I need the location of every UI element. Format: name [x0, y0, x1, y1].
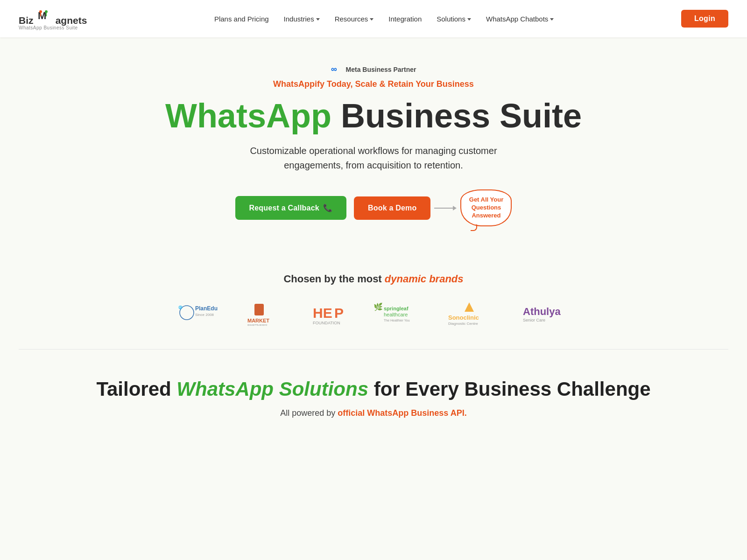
svg-text:∞: ∞	[331, 65, 337, 74]
brands-grid: 🌐 PlanEdu Since 2008 MARKET PARTNERS	[19, 300, 728, 326]
bottom-subtitle-highlight: official WhatsApp Business API.	[338, 408, 466, 418]
svg-text:springleaf: springleaf	[384, 306, 409, 311]
help-svg: HE P FOUNDATION	[313, 300, 350, 326]
arrow-connector	[434, 206, 457, 210]
svg-text:🌐: 🌐	[178, 305, 183, 309]
chevron-down-icon	[550, 18, 554, 21]
demo-button[interactable]: Book a Demo	[354, 196, 430, 220]
logo: Biz M agnets WhatsApp Business Suite	[19, 7, 87, 30]
logo-subtitle: WhatsApp Business Suite	[19, 25, 78, 30]
svg-text:🌿: 🌿	[374, 302, 383, 311]
chevron-down-icon	[370, 18, 374, 21]
nav-item-solutions[interactable]: Solutions	[437, 15, 471, 23]
bottom-title: Tailored WhatsApp Solutions for Every Bu…	[19, 378, 728, 401]
hero-title-green: WhatsApp	[165, 97, 331, 134]
demo-wrapper: Book a Demo Get All Your Questions Answe…	[354, 189, 512, 226]
brand-logo-athulya: Athulya Senior Care	[523, 300, 570, 326]
brand-logo-springleaf: 🌿 springleaf healthcare The Healthier Yo…	[374, 300, 425, 326]
nav-link-integration[interactable]: Integration	[388, 15, 422, 23]
svg-text:FOUNDATION: FOUNDATION	[313, 321, 340, 325]
nav-item-resources[interactable]: Resources	[335, 15, 374, 23]
svg-text:P: P	[334, 305, 344, 321]
nav-item-industries[interactable]: Industries	[284, 15, 320, 23]
brand-logo-planedu: 🌐 PlanEdu Since 2008	[177, 300, 224, 326]
svg-text:Diagnostic Centre: Diagnostic Centre	[448, 322, 478, 326]
chevron-down-icon	[316, 18, 320, 21]
nav-link-industries[interactable]: Industries	[284, 15, 320, 23]
svg-marker-20	[465, 302, 474, 312]
hero-title: WhatsApp Business Suite	[19, 98, 728, 134]
logo-biz: Biz M agnets	[19, 7, 87, 26]
svg-text:PlanEdu: PlanEdu	[195, 305, 218, 312]
hero-subtitle: Customizable operational workflows for m…	[210, 144, 537, 173]
svg-text:Athulya: Athulya	[523, 306, 561, 317]
nav-link-plans[interactable]: Plans and Pricing	[214, 15, 269, 23]
market-svg: MARKET PARTNERS	[247, 300, 289, 326]
arrow-head-icon	[453, 206, 457, 210]
callback-button[interactable]: Request a Callback 📞	[235, 196, 347, 220]
brand-logo-sonoclinic: Sonoclinic Diagnostic Centre	[448, 300, 500, 326]
svg-point-3	[45, 10, 48, 13]
phone-icon: 📞	[323, 203, 332, 212]
brand-logo-help: HE P FOUNDATION	[313, 300, 350, 326]
svg-text:MARKET: MARKET	[247, 318, 269, 323]
login-button[interactable]: Login	[681, 10, 728, 28]
chevron-down-icon	[467, 18, 471, 21]
svg-text:The Healthier You: The Healthier You	[384, 319, 410, 322]
nav-link-resources[interactable]: Resources	[335, 15, 374, 23]
nav-link-solutions[interactable]: Solutions	[437, 15, 471, 23]
nav-link-chatbots[interactable]: WhatsApp Chatbots	[486, 15, 554, 23]
svg-point-1	[39, 10, 42, 13]
hero-section: ∞ Meta Business Partner WhatsAppify Toda…	[0, 37, 747, 273]
nav-item-plans[interactable]: Plans and Pricing	[214, 15, 269, 23]
bottom-subtitle: All powered by official WhatsApp Busines…	[19, 408, 728, 418]
brand-logo-market: MARKET PARTNERS	[247, 300, 289, 326]
nav-links: Plans and Pricing Industries Resources I…	[214, 15, 554, 23]
hero-title-dark: Business Suite	[331, 97, 582, 134]
svg-rect-10	[254, 304, 264, 315]
sonoclinic-svg: Sonoclinic Diagnostic Centre	[448, 300, 500, 326]
brands-section: Chosen by the most dynamic brands 🌐 Plan…	[0, 273, 747, 349]
nav-item-chatbots[interactable]: WhatsApp Chatbots	[486, 15, 554, 23]
arrow-line	[434, 208, 453, 209]
hero-cta: Request a Callback 📞 Book a Demo Get All…	[19, 189, 728, 226]
bottom-title-green: WhatsApp Solutions	[176, 378, 368, 400]
hero-tagline: WhatsAppify Today, Scale & Retain Your B…	[19, 79, 728, 89]
navbar: Biz M agnets WhatsApp Business Suite Pla…	[0, 0, 747, 37]
logo-icon: M	[36, 7, 53, 24]
cloud-bubble: Get All Your Questions Answered	[460, 189, 512, 226]
brands-heading: Chosen by the most dynamic brands	[19, 273, 728, 285]
meta-logo: ∞ Meta Business Partner	[331, 65, 416, 74]
svg-text:Senior Care: Senior Care	[523, 318, 545, 322]
springleaf-svg: 🌿 springleaf healthcare The Healthier Yo…	[374, 301, 425, 324]
svg-text:HE: HE	[313, 305, 332, 321]
nav-item-integration[interactable]: Integration	[388, 15, 422, 23]
svg-text:Sonoclinic: Sonoclinic	[448, 314, 479, 321]
meta-infinity-icon: ∞	[331, 65, 344, 74]
planedu-svg: 🌐 PlanEdu Since 2008	[177, 301, 224, 324]
svg-text:Since 2008: Since 2008	[195, 313, 214, 317]
bottom-section: Tailored WhatsApp Solutions for Every Bu…	[0, 350, 747, 437]
athulya-svg: Athulya Senior Care	[523, 301, 570, 324]
brands-heading-highlight: dynamic brands	[385, 273, 464, 285]
svg-text:PARTNERS: PARTNERS	[247, 323, 268, 326]
meta-badge: ∞ Meta Business Partner	[331, 65, 416, 74]
svg-text:healthcare: healthcare	[384, 312, 408, 317]
